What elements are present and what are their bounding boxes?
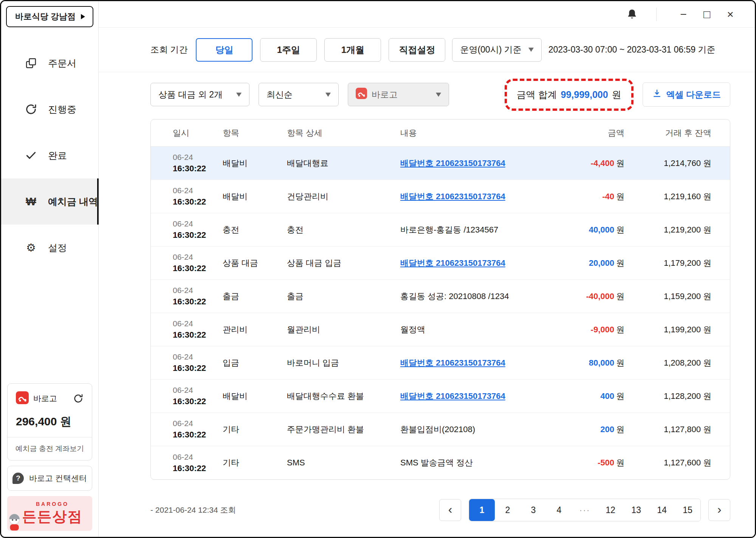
row-time: 16:30:22 <box>173 430 223 440</box>
basis-dropdown[interactable]: 운영(00시) 기준 <box>452 38 541 62</box>
delivery-number-link[interactable]: 배달번호 210623150173764 <box>400 258 505 268</box>
column-header-item-detail: 항목 상세 <box>287 127 400 139</box>
row-time: 16:30:22 <box>173 230 223 240</box>
notifications-bell-icon[interactable] <box>626 8 638 20</box>
excel-download-label: 엑셀 다운로드 <box>666 89 721 101</box>
row-time: 16:30:22 <box>173 363 223 373</box>
pagination-page-1[interactable]: 1 <box>469 499 495 521</box>
cell-amount: 200원 <box>559 424 640 435</box>
amount-unit: 원 <box>616 192 624 201</box>
cell-amount: -4,400원 <box>559 158 640 169</box>
banner-brand-text: BAROGO <box>31 501 69 507</box>
period-filter-label: 조회 기간 <box>150 44 187 56</box>
contact-center-label: 바로고 컨택센터 <box>29 473 87 484</box>
delivery-number-link[interactable]: 배달번호 210623150173764 <box>400 158 505 168</box>
deposit-history-table: 일시 항목 항목 상세 내용 금액 거래 후 잔액 06-24 16:30:22… <box>150 119 730 480</box>
cell-content: 월정액 <box>400 324 559 335</box>
contact-center-button[interactable]: ? 바로고 컨택센터 <box>7 466 92 491</box>
column-header-content: 내용 <box>400 127 559 139</box>
provider-dropdown-disabled: 바로고 <box>348 83 449 106</box>
table-row: 06-24 16:30:22 관리비 월관리비 월정액 -9,000원 1,19… <box>151 313 730 346</box>
table-row: 06-24 16:30:22 배달비 배달대행수수료 환불 배달번호 21062… <box>151 380 730 413</box>
table-row: 06-24 16:30:22 상품 대금 상품 대금 입금 배달번호 21062… <box>151 247 730 280</box>
cell-item-detail: 월관리비 <box>287 324 400 335</box>
cell-datetime: 06-24 16:30:22 <box>151 219 223 240</box>
sidebar-item-label: 완료 <box>48 149 67 162</box>
minimize-window-icon[interactable]: − <box>672 3 695 26</box>
table-row: 06-24 16:30:22 기타 주문가맹관리비 환불 환불입점비(20210… <box>151 413 730 446</box>
sidebar-item-orders[interactable]: 주문서 <box>1 40 98 86</box>
delivery-number-link[interactable]: 배달번호 210623150173764 <box>400 358 505 367</box>
cell-item: 배달비 <box>223 191 287 202</box>
pagination-page-4[interactable]: 4 <box>546 499 572 521</box>
gear-icon: ⚙ <box>25 241 37 254</box>
category-dropdown[interactable]: 상품 대금 외 2개 <box>150 83 249 106</box>
row-time: 16:30:22 <box>173 464 223 473</box>
store-selector[interactable]: 바로식당 강남점 <box>6 6 93 27</box>
cell-amount: -40,000원 <box>559 291 640 302</box>
cell-datetime: 06-24 16:30:22 <box>151 419 223 440</box>
amount-unit: 원 <box>616 258 624 268</box>
amount-value: 40,000 <box>589 225 614 234</box>
provider-dropdown-value: 바로고 <box>372 89 398 101</box>
sidebar-nav: 주문서 진행중 완료 ₩ 예치금 내역 ⚙ 설정 <box>1 40 98 271</box>
delivery-number-link[interactable]: 배달번호 210623150173764 <box>400 192 505 201</box>
cell-content: 배달번호 210623150173764 <box>400 257 559 269</box>
delivery-number-link[interactable]: 배달번호 210623150173764 <box>400 391 505 401</box>
list-filter-bar: 상품 대금 외 2개 최신순 바로고 금액 합계 99,999,000 <box>99 72 755 117</box>
period-button[interactable]: 1주일 <box>260 38 317 62</box>
amount-unit: 원 <box>616 225 624 234</box>
sidebar-item-label: 예치금 내역 <box>48 195 98 208</box>
total-label: 금액 합계 <box>517 88 557 101</box>
table-row: 06-24 16:30:22 배달비 건당관리비 배달번호 2106231501… <box>151 180 730 213</box>
cell-item: 입금 <box>223 357 287 369</box>
row-date: 06-24 <box>173 419 223 428</box>
pagination-next-icon[interactable]: › <box>708 499 730 521</box>
sidebar-item-label: 주문서 <box>48 57 76 70</box>
store-name: 바로식당 강남점 <box>15 11 76 22</box>
maximize-window-icon[interactable]: □ <box>695 3 719 26</box>
cell-item: 배달비 <box>223 158 287 169</box>
pagination-prev-icon[interactable]: ‹ <box>439 499 461 521</box>
view-charge-account-link[interactable]: 예치금 충전 계좌보기 <box>8 437 92 460</box>
cell-balance: 1,219,200 원 <box>640 224 730 236</box>
sidebar-item-in-progress[interactable]: 진행중 <box>1 86 98 132</box>
pagination-page-13[interactable]: 13 <box>623 499 649 521</box>
table-row: 06-24 16:30:22 기타 SMS SMS 발송금액 정산 -500원 … <box>151 446 730 479</box>
pagination-page-3[interactable]: 3 <box>521 499 546 521</box>
amount-value: -9,000 <box>591 325 614 334</box>
checkmark-icon <box>25 150 37 161</box>
sort-dropdown[interactable]: 최신순 <box>259 83 339 106</box>
cell-item-detail: 출금 <box>287 291 400 302</box>
promo-banner[interactable]: BAROGO 든든상점 <box>7 496 92 531</box>
excel-download-button[interactable]: 엑셀 다운로드 <box>643 82 730 107</box>
pagination-page-14[interactable]: 14 <box>649 499 675 521</box>
pagination-ellipsis: ··· <box>572 499 598 521</box>
amount-unit: 원 <box>616 391 624 401</box>
period-button[interactable]: 1개월 <box>324 38 381 62</box>
cell-item-detail: 충전 <box>287 224 400 236</box>
pagination-page-2[interactable]: 2 <box>495 499 521 521</box>
pagination-page-15[interactable]: 15 <box>675 499 700 521</box>
sidebar-item-complete[interactable]: 완료 <box>1 132 98 178</box>
cell-datetime: 06-24 16:30:22 <box>151 319 223 340</box>
refresh-balance-button[interactable] <box>73 393 84 404</box>
period-button[interactable]: 직접설정 <box>389 38 445 62</box>
row-date: 06-24 <box>173 319 223 328</box>
orders-copy-icon <box>25 57 37 69</box>
row-time: 16:30:22 <box>173 330 223 340</box>
amount-value: 200 <box>600 425 614 434</box>
sidebar-item-settings[interactable]: ⚙ 설정 <box>1 225 98 271</box>
cell-item: 기타 <box>223 424 287 435</box>
cell-datetime: 06-24 16:30:22 <box>151 352 223 373</box>
cell-datetime: 06-24 16:30:22 <box>151 253 223 273</box>
period-button[interactable]: 당일 <box>196 38 253 62</box>
close-window-icon[interactable]: × <box>719 3 742 26</box>
row-date: 06-24 <box>173 352 223 361</box>
pagination-page-12[interactable]: 12 <box>598 499 623 521</box>
basis-dropdown-value: 운영(00시) 기준 <box>460 44 521 56</box>
cell-item-detail: 건당관리비 <box>287 191 400 202</box>
sidebar-item-deposit-history[interactable]: ₩ 예치금 내역 <box>1 178 98 225</box>
cell-amount: -40원 <box>559 191 640 202</box>
barogo-logo-icon <box>16 391 29 406</box>
